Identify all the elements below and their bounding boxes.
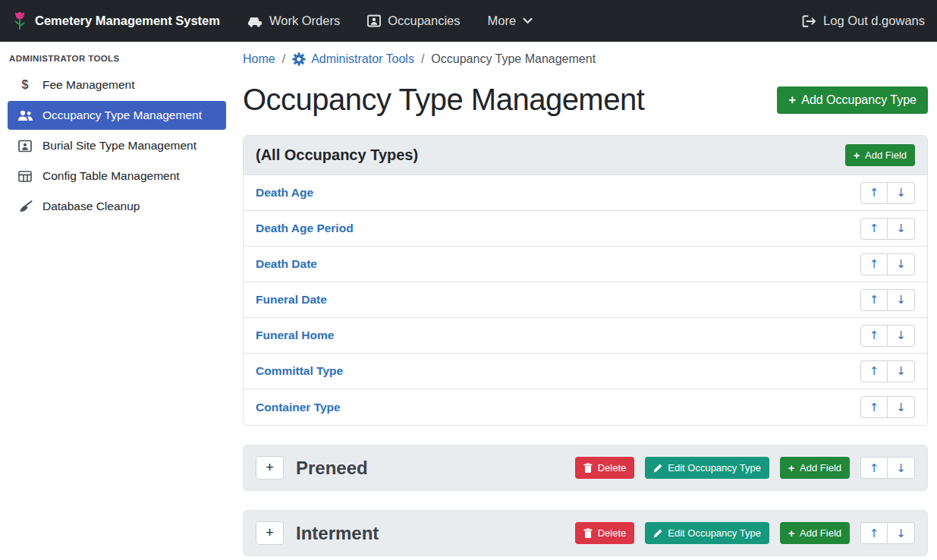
move-down-button[interactable]: ↓ [888,360,915,382]
field-link[interactable]: Funeral Home [256,329,334,342]
field-link[interactable]: Container Type [256,401,341,414]
reorder-buttons: ↑ ↓ [860,325,915,347]
sidebar-item-label: Database Cleanup [42,200,140,213]
field-link[interactable]: Death Age [256,186,313,200]
move-down-button[interactable]: ↓ [888,182,915,204]
move-up-button[interactable]: ↑ [860,522,888,544]
occupancy-frame-icon [367,14,381,27]
breadcrumb-separator: / [421,52,424,66]
move-up-button[interactable]: ↑ [860,253,888,275]
field-row: Death Age Period ↑ ↓ [244,211,927,247]
move-up-button[interactable]: ↑ [860,182,888,204]
expand-button[interactable]: + [256,456,284,480]
main-content: Home / Administrator Tools / Occupancy T [234,42,937,560]
move-up-button[interactable]: ↑ [860,218,888,240]
trash-icon [583,528,593,538]
breadcrumb-admin-tools-link[interactable]: Administrator Tools [292,52,414,66]
edit-occupancy-type-button[interactable]: Edit Occupancy Type [645,522,769,544]
move-up-button[interactable]: ↑ [860,325,888,347]
sidebar-item-label: Config Table Management [42,169,180,183]
move-up-button[interactable]: ↑ [860,360,888,382]
nav-occupancies[interactable]: Occupancies [367,14,460,28]
logout-button[interactable]: Log Out d.gowans [802,14,925,28]
move-down-button[interactable]: ↓ [888,457,915,479]
pencil-icon [653,529,662,538]
reorder-buttons: ↑ ↓ [860,218,915,240]
field-link[interactable]: Death Age Period [256,222,354,235]
field-link[interactable]: Funeral Date [256,293,327,307]
top-navbar: Cemetery Management System Work Orders O… [0,0,937,42]
plus-icon: + [788,528,794,539]
move-up-button[interactable]: ↑ [860,457,888,479]
breadcrumb-home-link[interactable]: Home [243,52,275,66]
add-field-button[interactable]: + Add Field [780,522,850,544]
app-title: Cemetery Management System [35,14,220,28]
add-field-label: Add Field [865,149,907,161]
nav-work-orders-label: Work Orders [269,14,340,28]
add-occupancy-type-label: Add Occupancy Type [801,93,917,107]
table-icon [16,171,34,182]
breadcrumb-separator: / [282,52,285,66]
app-brand[interactable]: Cemetery Management System [12,11,220,31]
move-down-button[interactable]: ↓ [888,253,915,275]
expand-button[interactable]: + [256,521,284,545]
move-down-button[interactable]: ↓ [888,522,915,544]
add-field-label: Add Field [800,462,841,473]
nav-more-label: More [488,14,517,28]
field-row: Container Type ↑ ↓ [244,389,927,425]
section-actions: Delete Edit Occupancy Type + Add Field ↑… [575,457,915,479]
chevron-down-icon [523,17,533,24]
logout-icon [802,15,816,27]
sidebar: ADMINISTRATOR TOOLS $ Fee Management Occ… [0,42,234,560]
all-occupancy-types-card: (All Occupancy Types) + Add Field Death … [243,135,928,426]
move-down-button[interactable]: ↓ [888,289,915,311]
breadcrumb-current: Occupancy Type Management [431,52,596,66]
delete-button[interactable]: Delete [575,457,635,479]
nav-more[interactable]: More [488,14,533,28]
card-header: (All Occupancy Types) + Add Field [244,136,927,175]
field-link[interactable]: Death Date [256,257,317,271]
move-down-button[interactable]: ↓ [888,325,915,347]
edit-occupancy-type-button[interactable]: Edit Occupancy Type [645,457,769,479]
field-row: Death Age ↑ ↓ [244,175,927,211]
sidebar-item-label: Occupancy Type Management [42,109,202,122]
edit-occupancy-type-label: Edit Occupancy Type [668,462,761,473]
sidebar-item-fee-management[interactable]: $ Fee Management [8,71,226,99]
reorder-buttons: ↑ ↓ [860,253,915,275]
add-occupancy-type-button[interactable]: + Add Occupancy Type [777,87,928,114]
sidebar-item-occupancy-type-management[interactable]: Occupancy Type Management [8,101,226,130]
breadcrumb: Home / Administrator Tools / Occupancy T [243,52,928,66]
trash-icon [583,463,593,473]
pencil-icon [653,464,662,473]
field-row: Death Date ↑ ↓ [244,247,927,282]
sidebar-section-header: ADMINISTRATOR TOOLS [0,49,234,71]
field-link[interactable]: Committal Type [256,364,343,378]
move-up-button[interactable]: ↑ [860,289,888,311]
delete-button[interactable]: Delete [575,522,635,544]
reorder-buttons: ↑ ↓ [860,457,915,479]
breadcrumb-home-label: Home [243,52,275,66]
sidebar-item-database-cleanup[interactable]: Database Cleanup [8,192,226,221]
move-down-button[interactable]: ↓ [888,396,915,418]
sidebar-item-label: Fee Management [42,78,135,92]
plus-icon: + [788,463,794,473]
tulip-logo-icon [12,11,27,31]
plus-icon: + [788,93,796,106]
nav-work-orders[interactable]: Work Orders [247,14,340,28]
occupancy-type-section-preneed: + Preneed Delete Edit [243,445,928,491]
add-field-label: Add Field [800,527,841,539]
move-down-button[interactable]: ↓ [888,218,915,240]
sidebar-item-config-table-management[interactable]: Config Table Management [8,162,226,190]
sidebar-item-burial-site-type-management[interactable]: Burial Site Type Management [8,131,226,160]
gear-icon [292,52,306,66]
field-row: Funeral Date ↑ ↓ [244,282,927,318]
move-up-button[interactable]: ↑ [860,396,888,418]
broom-icon [16,200,34,212]
reorder-buttons: ↑ ↓ [860,396,915,418]
field-row: Funeral Home ↑ ↓ [244,318,927,354]
page-title: Occupancy Type Management [243,83,644,117]
nav-occupancies-label: Occupancies [388,14,460,28]
add-field-button[interactable]: + Add Field [845,144,915,166]
users-icon [16,110,34,121]
add-field-button[interactable]: + Add Field [780,457,850,479]
